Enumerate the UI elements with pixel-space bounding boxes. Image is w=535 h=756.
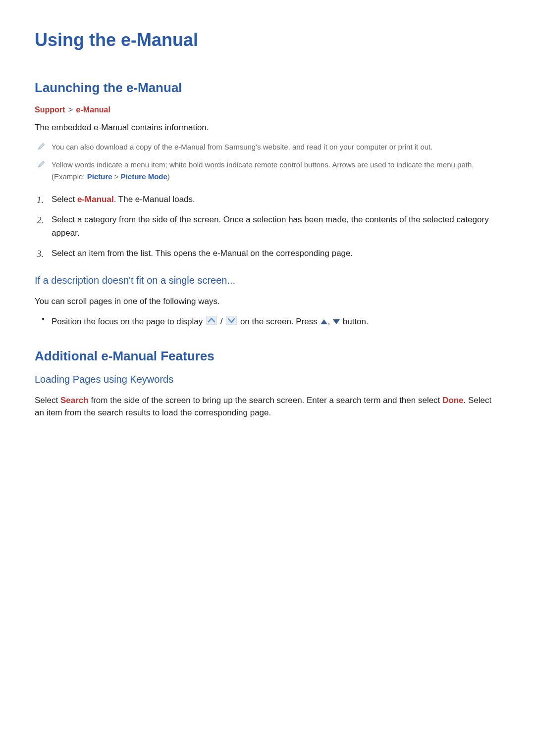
- note-item: You can also download a copy of the e-Ma…: [35, 141, 500, 153]
- menu-link-picture: Picture: [87, 172, 112, 181]
- chevron-up-icon: [206, 315, 217, 329]
- scroll-intro-text: You can scroll pages in one of the follo…: [35, 295, 500, 308]
- step-item: 3. Select an item from the list. This op…: [35, 247, 500, 260]
- step-after: . The e-Manual loads.: [114, 195, 195, 204]
- subsection-description-heading: If a description doesn't fit on a single…: [35, 275, 500, 286]
- step-text: Select an item from the list. This opens…: [52, 249, 353, 258]
- breadcrumb-emanual: e-Manual: [76, 105, 110, 114]
- note-text-after: ): [167, 172, 170, 181]
- link-search: Search: [60, 396, 89, 405]
- step-number: 2.: [37, 213, 44, 228]
- bullet-item: Position the focus on the page to displa…: [35, 315, 500, 329]
- keywords-before: Select: [35, 396, 60, 405]
- page-title: Using the e-Manual: [35, 30, 500, 50]
- link-done: Done: [442, 396, 464, 405]
- pencil-icon: [38, 142, 46, 150]
- section-launching-heading: Launching the e-Manual: [35, 80, 500, 96]
- breadcrumb: Support > e-Manual: [35, 105, 500, 114]
- steps-list: 1. Select e-Manual. The e-Manual loads. …: [35, 193, 500, 260]
- note-list: You can also download a copy of the e-Ma…: [35, 141, 500, 183]
- step-item: 2. Select a category from the side of th…: [35, 213, 500, 240]
- note-item: Yellow words indicate a menu item; white…: [35, 159, 500, 183]
- menu-link-picture-mode: Picture Mode: [121, 172, 167, 181]
- subsection-keywords-heading: Loading Pages using Keywords: [35, 374, 500, 385]
- bullet-list: Position the focus on the page to displa…: [35, 315, 500, 329]
- breadcrumb-support: Support: [35, 105, 65, 114]
- bullet-comma: ,: [328, 317, 332, 326]
- keywords-text: Select Search from the side of the scree…: [35, 394, 500, 419]
- svg-rect-0: [206, 316, 217, 325]
- intro-text: The embedded e-Manual contains informati…: [35, 121, 500, 134]
- step-link-emanual: e-Manual: [77, 195, 114, 204]
- step-before: Select: [52, 195, 77, 204]
- step-item: 1. Select e-Manual. The e-Manual loads.: [35, 193, 500, 206]
- note-text: You can also download a copy of the e-Ma…: [52, 143, 432, 151]
- bullet-after2: button.: [340, 317, 369, 326]
- bullet-mid: /: [220, 317, 225, 326]
- keywords-mid: from the side of the screen to bring up …: [89, 396, 442, 405]
- step-text: Select a category from the side of the s…: [52, 215, 489, 238]
- pencil-icon: [38, 160, 46, 168]
- bullet-after1: on the screen. Press: [240, 317, 320, 326]
- triangle-down-icon: [333, 319, 340, 324]
- bullet-before: Position the focus on the page to displa…: [52, 317, 205, 326]
- step-number: 1.: [37, 193, 44, 207]
- chevron-down-icon: [226, 315, 237, 329]
- step-number: 3.: [37, 247, 44, 261]
- triangle-up-icon: [321, 319, 327, 324]
- svg-rect-1: [226, 316, 237, 325]
- breadcrumb-separator: >: [68, 105, 75, 114]
- note-arrow: >: [112, 172, 121, 181]
- section-additional-heading: Additional e-Manual Features: [35, 349, 500, 364]
